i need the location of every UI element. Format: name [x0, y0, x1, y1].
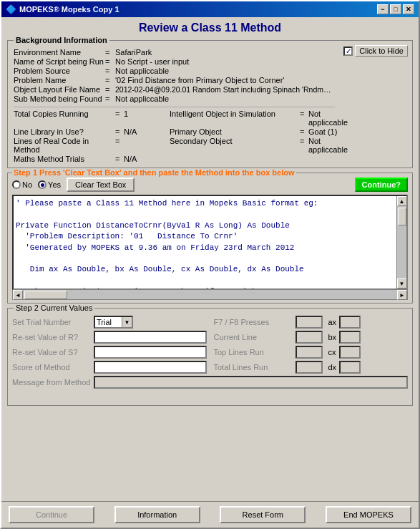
spacer: [7, 410, 413, 497]
score-input[interactable]: [94, 361, 207, 374]
end-mopeks-button[interactable]: End MOPEKS: [326, 506, 411, 523]
reset-r-label: Re-set Value of R?: [12, 333, 91, 341]
primary-label: Primary Object: [170, 127, 298, 136]
click-to-hide-button[interactable]: Click to Hide: [355, 45, 408, 57]
step1-title: Step 1 Press 'Clear Text Box' and then p…: [12, 168, 296, 177]
source-value: Not appliccable: [115, 67, 335, 75]
radio-no[interactable]: [12, 180, 21, 189]
vertical-scrollbar[interactable]: ▲ ▼: [396, 196, 406, 288]
ax-input[interactable]: [339, 316, 361, 329]
information-button[interactable]: Information: [114, 506, 200, 523]
copies-val: 1: [124, 110, 152, 127]
libuse-val: N/A: [124, 127, 152, 136]
currentline-row: Current Line bx: [214, 331, 409, 344]
dx-label: dx: [328, 363, 337, 372]
reset-r-row: Re-set Value of R?: [12, 331, 207, 344]
main-content: Review a Class 11 Method Background Info…: [1, 17, 419, 501]
step2-fields: Set Trial Number Trial ▼ Re-set Value of…: [12, 316, 408, 374]
dx-input[interactable]: [339, 361, 361, 374]
libuse-label: Line Library in Use?: [14, 127, 114, 136]
primary-val: Goat (1): [308, 127, 348, 136]
app-icon: 🔷: [6, 4, 16, 14]
bx-input[interactable]: [339, 331, 361, 344]
horizontal-scrollbar[interactable]: ◄ ►: [12, 290, 408, 300]
totallinesrun-label: Total Lines Run: [214, 363, 293, 372]
submethod-value: Not appliccable: [115, 94, 335, 103]
minimize-button[interactable]: −: [377, 4, 389, 14]
currentline-label: Current Line: [214, 333, 293, 341]
currentline-input[interactable]: [296, 331, 323, 344]
title-bar-left: 🔷 MOPEKS® Mopeks Copy 1: [6, 4, 119, 14]
continue-bottom-button[interactable]: Continue: [9, 506, 94, 523]
toplinesrun-row: Top Lines Run cx: [214, 346, 409, 359]
trial-label: Set Trial Number: [12, 318, 91, 326]
reset-r-input[interactable]: [94, 331, 207, 344]
scroll-up-arrow[interactable]: ▲: [397, 196, 407, 206]
submethod-label: Sub Method being Found: [14, 94, 104, 103]
reset-s-label: Re-set Value of S?: [12, 348, 91, 356]
reset-s-row: Re-set Value of S?: [12, 346, 207, 359]
scroll-thumb-h[interactable]: [24, 291, 67, 299]
main-window: 🔷 MOPEKS® Mopeks Copy 1 − □ ✕ Review a C…: [0, 0, 420, 529]
realcode-label: Lines of Real Code in Method: [14, 137, 114, 154]
info-fields-grid: Environment Name = SafariPark Name of Sc…: [14, 48, 335, 103]
score-row: Score of Method: [12, 361, 207, 374]
radio-yes-item[interactable]: Yes: [38, 180, 61, 189]
step1-group: Step 1 Press 'Clear Text Box' and then p…: [7, 173, 413, 304]
env-value: SafariPark: [115, 48, 335, 57]
method-textarea-content[interactable]: ' Please paste a Class 11 Method here in…: [14, 196, 396, 288]
cx-input[interactable]: [339, 346, 361, 359]
trial-value: Trial: [95, 318, 122, 326]
scroll-thumb-v[interactable]: [398, 208, 406, 225]
layout-label: Object Layout File Name: [14, 85, 104, 94]
f7f8-row: F7 / F8 Presses ax: [214, 316, 409, 329]
problem-value: '02 Find Distance from Primary Object to…: [115, 76, 335, 84]
toplinesrun-input[interactable]: [296, 346, 323, 359]
close-button[interactable]: ✕: [403, 4, 414, 14]
click-to-hide-checkbox[interactable]: ✓: [343, 47, 353, 56]
f7f8-label: F7 / F8 Presses: [214, 318, 293, 326]
cx-label: cx: [328, 348, 336, 356]
message-input[interactable]: [94, 376, 408, 389]
background-info-group: Background Information ✓ Click to Hide E…: [7, 40, 413, 168]
radio-no-item[interactable]: No: [12, 180, 32, 189]
reset-form-button[interactable]: Reset Form: [220, 506, 306, 523]
radio-yes[interactable]: [38, 180, 47, 189]
method-textarea-container: ' Please paste a Class 11 Method here in…: [12, 195, 408, 290]
radio-no-label: No: [22, 180, 32, 189]
secondary-label: Secondary Object: [170, 137, 298, 154]
scroll-left-arrow[interactable]: ◄: [13, 290, 23, 300]
problem-label: Problem Name: [14, 76, 104, 84]
maximize-button[interactable]: □: [390, 4, 401, 14]
scroll-track-h[interactable]: [23, 290, 397, 299]
radio-yes-dot: [41, 183, 44, 187]
env-label: Environment Name: [14, 48, 104, 57]
window-title: MOPEKS® Mopeks Copy 1: [19, 5, 119, 14]
step2-title: Step 2 Current Values: [14, 304, 94, 312]
scroll-right-arrow[interactable]: ►: [397, 290, 407, 300]
message-label: Message from Method: [12, 378, 91, 387]
mathstrials-label: Maths Method Trials: [14, 155, 114, 163]
totallinesrun-row: Total Lines Run dx: [214, 361, 409, 374]
intel-label: Intelligent Object in Simulation: [170, 110, 298, 127]
radio-yes-label: Yes: [48, 180, 61, 189]
totallinesrun-input[interactable]: [296, 361, 323, 374]
step1-controls: No Yes Clear Text Box Continue?: [12, 178, 408, 192]
trial-dropdown-arrow[interactable]: ▼: [122, 317, 132, 327]
script-value: No Script - user input: [115, 57, 335, 66]
trial-dropdown[interactable]: Trial ▼: [94, 316, 133, 329]
step2-group: Step 2 Current Values Set Trial Number T…: [7, 308, 413, 406]
score-label: Score of Method: [12, 363, 91, 372]
title-bar-buttons: − □ ✕: [377, 4, 414, 14]
clear-text-box-button[interactable]: Clear Text Box: [67, 178, 135, 192]
page-title: Review a Class 11 Method: [7, 21, 413, 34]
click-to-hide-section: ✓ Click to Hide: [343, 45, 408, 57]
ax-label: ax: [328, 318, 337, 326]
f7f8-input[interactable]: [296, 316, 323, 329]
scroll-track-v[interactable]: [397, 206, 406, 278]
continue-step1-button[interactable]: Continue?: [355, 178, 408, 192]
reset-s-input[interactable]: [94, 346, 207, 359]
scroll-down-arrow[interactable]: ▼: [397, 278, 407, 288]
script-label: Name of Script being Run: [14, 57, 104, 66]
stats-section: Total Copies Running = 1 Intelligent Obj…: [14, 107, 335, 163]
